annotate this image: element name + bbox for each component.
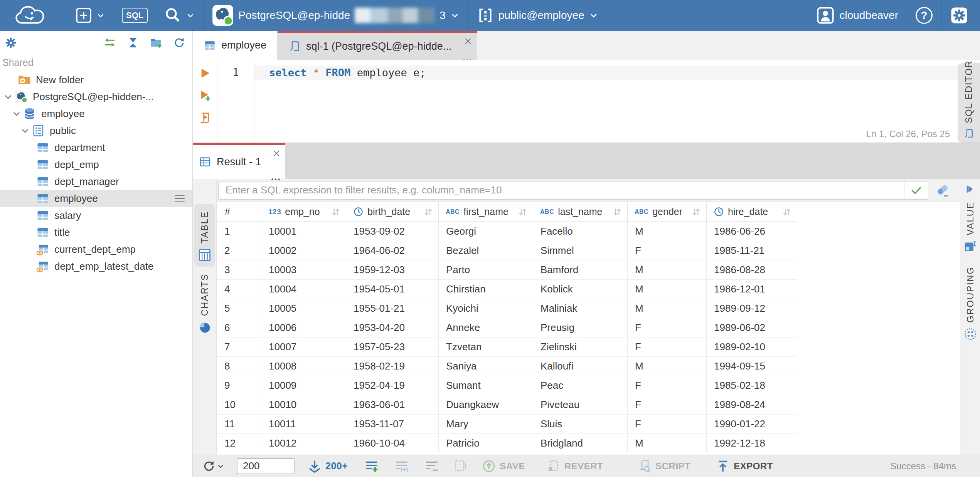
- column-header-last_name[interactable]: ABClast_name: [533, 202, 628, 222]
- add-row-icon[interactable]: [365, 459, 379, 473]
- tree-item-title[interactable]: title: [0, 224, 192, 241]
- tab-grouping-panel[interactable]: GROUPING: [964, 266, 977, 341]
- row-limit-input[interactable]: [237, 458, 295, 474]
- data-cell[interactable]: 1985-11-21: [707, 241, 797, 260]
- fetch-more-button[interactable]: 200+: [308, 459, 348, 473]
- data-cell[interactable]: F: [628, 241, 707, 260]
- row-number-cell[interactable]: 2: [217, 241, 261, 260]
- data-cell[interactable]: 1985-02-18: [707, 376, 797, 395]
- data-cell[interactable]: Chirstian: [439, 280, 533, 299]
- tree-item-current_dept_emp[interactable]: current_dept_emp: [0, 241, 192, 258]
- data-cell[interactable]: Bezalel: [439, 241, 533, 260]
- table-row[interactable]: 8100081958-02-19SaniyaKalloufiM1994-09-1…: [217, 357, 797, 376]
- data-cell[interactable]: 10007: [261, 338, 346, 357]
- help-button[interactable]: ?: [907, 0, 941, 31]
- expand-panel-icon[interactable]: [965, 183, 976, 195]
- data-cell[interactable]: 1958-02-19: [346, 357, 439, 376]
- data-cell[interactable]: Parto: [439, 260, 533, 280]
- chevron-down-icon[interactable]: [217, 462, 224, 470]
- table-row[interactable]: 5100051955-01-21KyoichiMaliniakM1989-09-…: [217, 299, 797, 318]
- row-number-cell[interactable]: 10: [217, 395, 261, 415]
- tree-item-postgresql-ep-hidden--[interactable]: PostgreSQL@ep-hidden-...: [0, 88, 192, 105]
- table-row[interactable]: 2100021964-06-02BezalelSimmelF1985-11-21: [217, 241, 797, 260]
- data-cell[interactable]: Piveteau: [533, 395, 628, 415]
- data-cell[interactable]: M: [628, 434, 707, 453]
- tab-charts-view[interactable]: CHARTS: [198, 274, 211, 334]
- tab-menu-icon[interactable]: [462, 53, 472, 57]
- column-header-emp_no[interactable]: 123emp_no: [261, 202, 346, 222]
- sort-icon[interactable]: [517, 207, 528, 217]
- data-cell[interactable]: 1989-06-02: [707, 318, 797, 338]
- data-cell[interactable]: Bamford: [533, 260, 628, 280]
- data-cell[interactable]: F: [628, 338, 707, 357]
- data-cell[interactable]: 10003: [261, 260, 346, 280]
- data-cell[interactable]: M: [628, 299, 707, 318]
- save-button[interactable]: SAVE: [482, 459, 525, 473]
- data-cell[interactable]: F: [628, 318, 707, 338]
- tab-menu-icon[interactable]: [271, 172, 281, 176]
- row-number-cell[interactable]: 4: [217, 280, 261, 299]
- table-row[interactable]: 9100091952-04-19SumantPeacF1985-02-18: [217, 376, 797, 395]
- row-number-cell[interactable]: 9: [217, 376, 261, 395]
- data-cell[interactable]: M: [628, 357, 707, 376]
- data-cell[interactable]: 10001: [261, 222, 346, 241]
- column-header-hire_date[interactable]: hire_date: [707, 202, 797, 222]
- cloudbeaver-logo-icon[interactable]: [10, 4, 56, 27]
- collapse-all-icon[interactable]: [127, 37, 139, 49]
- sync-connection-icon[interactable]: [104, 37, 116, 49]
- sort-icon[interactable]: [612, 207, 623, 217]
- data-cell[interactable]: Sluis: [533, 415, 628, 434]
- row-number-cell[interactable]: 7: [217, 338, 261, 357]
- row-menu-icon[interactable]: [173, 192, 186, 205]
- data-cell[interactable]: Simmel: [533, 241, 628, 260]
- execute-new-tab-icon[interactable]: [199, 89, 211, 102]
- connection-selector[interactable]: PostgreSQL@ep-hidde 3: [204, 0, 468, 31]
- tree-item-department[interactable]: department: [0, 139, 192, 156]
- close-icon[interactable]: [464, 36, 472, 45]
- data-cell[interactable]: Kalloufi: [533, 357, 628, 376]
- data-cell[interactable]: Preusig: [533, 318, 628, 338]
- data-cell[interactable]: Duangkaew: [439, 395, 533, 415]
- tree-item-salary[interactable]: salary: [0, 207, 192, 224]
- row-number-cell[interactable]: 12: [217, 434, 261, 453]
- tree-item-dept_emp_latest_date[interactable]: dept_emp_latest_date: [0, 258, 192, 275]
- table-row[interactable]: 12100121960-10-04PatricioBridglandM1992-…: [217, 434, 797, 453]
- data-cell[interactable]: Bridgland: [533, 434, 628, 453]
- data-cell[interactable]: 10004: [261, 280, 346, 299]
- new-folder-icon[interactable]: [150, 37, 162, 49]
- data-cell[interactable]: Kyoichi: [439, 299, 533, 318]
- close-icon[interactable]: [272, 148, 281, 157]
- revert-button[interactable]: REVERT: [547, 459, 603, 473]
- sort-icon[interactable]: [691, 207, 702, 217]
- refresh-icon[interactable]: [173, 37, 185, 49]
- data-cell[interactable]: Anneke: [439, 318, 533, 338]
- code-area[interactable]: select * FROM employee e; Ln 1, Col 26, …: [254, 60, 980, 143]
- data-cell[interactable]: Mary: [439, 415, 533, 434]
- data-cell[interactable]: 1990-01-22: [707, 415, 797, 434]
- data-cell[interactable]: 1994-09-15: [707, 357, 797, 376]
- sort-icon[interactable]: [330, 207, 341, 217]
- settings-button[interactable]: [941, 0, 971, 31]
- data-cell[interactable]: 1986-12-01: [707, 280, 797, 299]
- data-cell[interactable]: M: [628, 260, 707, 280]
- data-cell[interactable]: 1959-12-03: [346, 260, 439, 280]
- tree-item-employee[interactable]: employee: [0, 190, 192, 207]
- data-cell[interactable]: F: [628, 415, 707, 434]
- tree-item-new-folder[interactable]: New folder: [0, 71, 192, 88]
- data-cell[interactable]: 10008: [261, 357, 346, 376]
- data-cell[interactable]: 10011: [261, 415, 346, 434]
- data-cell[interactable]: 1964-06-02: [346, 241, 439, 260]
- execute-query-icon[interactable]: [199, 67, 211, 79]
- data-cell[interactable]: Tzvetan: [439, 338, 533, 357]
- data-cell[interactable]: 1989-09-12: [707, 299, 797, 318]
- data-cell[interactable]: 1957-05-23: [346, 338, 439, 357]
- tab-employee[interactable]: employee: [193, 31, 278, 60]
- row-number-cell[interactable]: 1: [217, 222, 261, 241]
- data-cell[interactable]: M: [628, 280, 707, 299]
- sort-icon[interactable]: [781, 207, 792, 217]
- data-cell[interactable]: 10006: [261, 318, 346, 338]
- data-cell[interactable]: Georgi: [439, 222, 533, 241]
- data-cell[interactable]: Sumant: [439, 376, 533, 395]
- filter-input[interactable]: [219, 181, 904, 199]
- tree-item-dept_manager[interactable]: dept_manager: [0, 173, 192, 190]
